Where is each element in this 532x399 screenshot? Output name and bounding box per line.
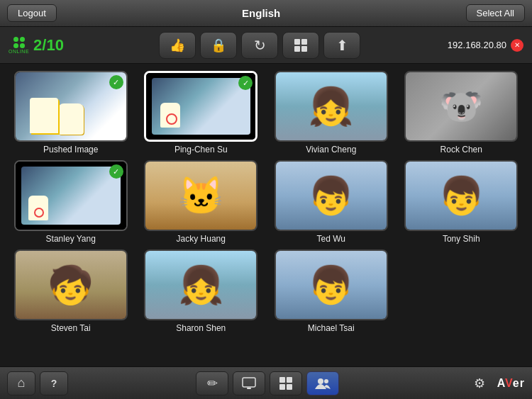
ip-close-button[interactable]: ✕ [511,39,523,52]
student-name: Sharon Shen [176,323,226,333]
ip-address: 192.168.20.80 [448,40,506,50]
avatar-michael: 👦 [308,264,354,307]
student-ping-chen-su[interactable]: ✓ Ping-Chen Su [139,71,264,154]
online-icon: ONLINE [9,37,29,54]
tab-screen[interactable] [233,371,265,395]
student-name: Tony Shih [443,234,480,244]
svg-rect-5 [247,388,251,389]
lock-button[interactable]: 🔒 [200,32,237,59]
check-badge: ✓ [109,75,123,89]
student-vivian-cheng[interactable]: 👧 Vivian Cheng [269,71,394,154]
avatar-steven: 🧒 [48,264,94,307]
dot3 [13,43,18,48]
avatar-sharon: 👧 [178,264,224,307]
student-name: Stanley Yang [46,234,96,244]
svg-point-11 [324,379,328,383]
svg-rect-4 [243,378,255,387]
tab-grid[interactable] [270,371,302,395]
svg-rect-2 [294,46,300,52]
toolbar-actions: 👍 🔒 ↻ ⬆ [72,32,448,59]
svg-rect-6 [279,377,285,383]
dot4 [20,43,25,48]
student-stanley-yang[interactable]: ✓ Stanley Yang [9,160,133,244]
like-button[interactable]: 👍 [159,32,196,59]
student-tony-shih[interactable]: 👦 Tony Shih [399,160,524,244]
student-grid: ✓ Pushed Image ✓ Ping-Chen Su 👧 [0,64,532,369]
bottom-left: ⌂ ? [7,371,68,395]
dot1 [13,37,18,42]
student-name: Ted Wu [317,234,345,244]
push-button[interactable]: ⬆ [323,32,360,59]
svg-point-10 [318,378,323,384]
refresh-button[interactable]: ↻ [241,32,278,59]
svg-rect-7 [287,377,292,383]
help-button[interactable]: ? [40,371,68,395]
student-michael-tsai[interactable]: 👦 Michael Tsai [269,249,394,333]
student-jacky-huang[interactable]: 🐱 Jacky Huang [139,160,264,244]
select-all-button[interactable]: Select All [466,4,525,22]
online-label: ONLINE [9,49,29,54]
avatar-rock: 🐨 [439,86,483,127]
student-name: Ping-Chen Su [174,145,228,154]
logout-button[interactable]: Logout [7,4,57,22]
page-title: English [242,7,280,19]
bottom-right: ⚙ AVer [467,371,525,395]
bottom-bar: ⌂ ? ✏ ⚙ [0,366,532,399]
svg-rect-8 [279,384,285,390]
bottom-tabs: ✏ [196,371,339,395]
svg-rect-0 [294,39,300,45]
top-bar: Logout English Select All [0,0,532,27]
settings-button[interactable]: ⚙ [467,371,492,395]
tab-students[interactable] [306,371,339,395]
student-steven-tai[interactable]: 🧒 Steven Tai [9,249,133,333]
status-block: ONLINE 2/10 [9,36,72,55]
student-name: Steven Tai [51,323,91,333]
student-rock-chen[interactable]: 🐨 Rock Chen [399,71,524,154]
toolbar: ONLINE 2/10 👍 🔒 ↻ ⬆ 192.168.20.80 ✕ [0,27,532,64]
student-count: 2/10 [33,36,64,55]
dot2 [20,37,25,42]
student-name: Vivian Cheng [306,145,356,154]
avatar-vivian: 👧 [308,85,354,128]
student-name: Rock Chen [440,145,482,154]
student-name: Pushed Image [43,145,98,154]
grid-button[interactable] [282,32,319,59]
check-badge: ✓ [109,164,123,179]
ip-block: 192.168.20.80 ✕ [448,39,523,52]
svg-rect-1 [301,39,307,45]
svg-rect-9 [287,384,292,390]
avatar-tony: 👦 [438,174,484,218]
aver-logo: AVer [497,377,525,390]
tab-annotate[interactable]: ✏ [196,371,228,395]
student-name: Michael Tsai [308,323,355,333]
avatar-jacky: 🐱 [178,174,224,218]
student-name: Jacky Huang [177,234,226,244]
student-sharon-shen[interactable]: 👧 Sharon Shen [139,249,264,333]
student-pushed-image[interactable]: ✓ Pushed Image [9,71,133,154]
student-ted-wu[interactable]: 👦 Ted Wu [269,160,394,244]
home-button[interactable]: ⌂ [7,371,35,395]
svg-rect-3 [301,46,307,52]
avatar-ted: 👦 [308,174,354,218]
